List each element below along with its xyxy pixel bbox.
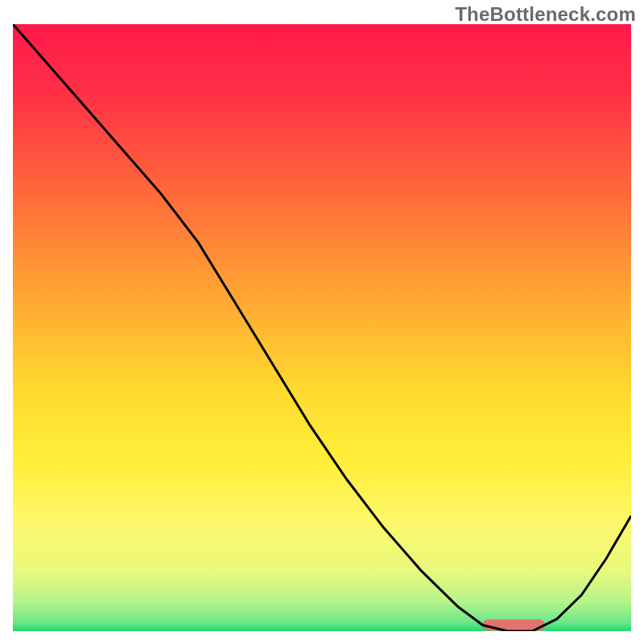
watermark-text: TheBottleneck.com: [455, 3, 636, 26]
chart-svg: [13, 24, 631, 631]
chart-stage: TheBottleneck.com: [0, 0, 644, 644]
gradient-background: [13, 24, 631, 631]
plot-area: [13, 24, 631, 631]
